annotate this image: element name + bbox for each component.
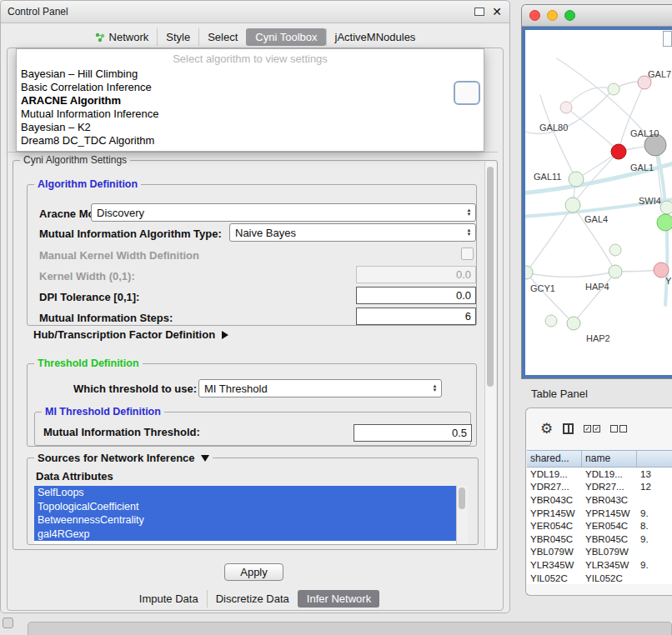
network-node[interactable] (560, 102, 572, 113)
algorithm-option-bayesian-k2[interactable]: Bayesian – K2 (17, 121, 484, 134)
settings-scrollbar[interactable] (484, 162, 496, 548)
tab-impute-data[interactable]: Impute Data (131, 590, 207, 608)
selected-value: Discovery (97, 207, 144, 219)
column-selector-icon[interactable] (563, 423, 574, 434)
network-node[interactable] (657, 214, 672, 231)
field-value: 0.0 (456, 289, 471, 302)
close-button[interactable] (529, 10, 540, 21)
deselect-all-icon[interactable] (610, 425, 627, 432)
network-scrollbar-button[interactable] (663, 31, 672, 47)
kernel-width-field[interactable]: 0.0 (356, 266, 476, 283)
algorithm-option-mutual-information-inference[interactable]: Mutual Information Inference (17, 108, 484, 121)
tab-label: Select (208, 31, 238, 43)
network-node[interactable] (609, 265, 622, 278)
dpi-tolerance-field[interactable]: 0.0 (356, 287, 476, 304)
network-node[interactable] (525, 266, 533, 279)
algorithm-option-aracne-algorithm[interactable]: ARACNE Algorithm (17, 94, 484, 108)
table-cell: YLR345W (527, 560, 582, 570)
aracne-mode-select[interactable]: Discovery ▲▼ (91, 203, 476, 222)
table-cell: YDR27... (582, 482, 637, 492)
table-row[interactable]: YBL079WYBL079W (527, 546, 672, 559)
dpi-tolerance-label: DPI Tolerance [0,1]: (39, 291, 139, 303)
selected-value: MI Threshold (204, 382, 268, 395)
tab-cyni-toolbox[interactable]: Cyni Toolbox (246, 28, 325, 46)
float-window-icon[interactable] (474, 8, 484, 16)
network-node[interactable] (609, 244, 621, 256)
zoom-button[interactable] (564, 10, 575, 21)
control-panel-titlebar[interactable]: Control Panel ✕ (1, 1, 509, 23)
mi-threshold-definition-group: MI Threshold Definition Mutual Informati… (34, 412, 471, 446)
table-row[interactable]: YLR345WYLR345W9. (527, 558, 672, 572)
attribute-item-gal4rgexp[interactable]: gal4RGexp (34, 528, 460, 542)
group-title: Algorithm Definition (34, 178, 141, 190)
scrollbar-thumb[interactable] (487, 167, 494, 387)
column-header-extra[interactable] (637, 451, 672, 467)
network-node[interactable] (611, 144, 626, 159)
mi-threshold-label: Mutual Information Threshold: (43, 426, 200, 438)
table-row[interactable]: YDL19...YDL19...13 (527, 468, 672, 481)
close-icon[interactable]: ✕ (492, 6, 502, 18)
node-label: GAL7 (648, 69, 671, 79)
manual-kernel-width-checkbox[interactable] (461, 248, 474, 260)
sources-group: Sources for Network Inference Data Attri… (27, 458, 479, 545)
algorithm-option-dream8-dc-tdc-algorithm[interactable]: Dream8 DC_TDC Algorithm (17, 134, 484, 148)
algorithm-dropdown-list: Select algorithm to view settings Bayesi… (16, 48, 484, 152)
network-canvas[interactable]: GAL7GAL80GAL10GAL1GAL11SWI4GAL4GCY1HAP4Y… (525, 30, 672, 375)
network-node[interactable] (567, 317, 580, 330)
table-cell: YER054C (527, 521, 582, 531)
scrollbar-thumb[interactable] (459, 488, 465, 509)
node-label: GAL10 (630, 128, 659, 138)
table-cell: YBR043C (527, 495, 582, 505)
column-header-shared[interactable]: shared... (527, 451, 582, 467)
attribute-item-betweennesscentrality[interactable]: BetweennessCentrality (34, 513, 460, 528)
network-node[interactable] (608, 83, 619, 95)
table-cell: 9. (637, 560, 672, 570)
algorithm-option-basic-correlation-inference[interactable]: Basic Correlation Inference (17, 81, 484, 94)
attribute-item-topologicalcoefficient[interactable]: TopologicalCoefficient (34, 500, 460, 514)
tab-jactivemnodules[interactable]: jActiveMNodules (326, 28, 424, 46)
cytopanel-mini-icon[interactable] (3, 618, 13, 628)
network-node[interactable] (545, 315, 557, 327)
table-cell: YDR27... (527, 482, 582, 492)
attribute-item-selfloops[interactable]: SelfLoops (34, 486, 460, 500)
table-row[interactable]: YBR043CYBR043C (527, 493, 672, 507)
sources-section-toggle[interactable]: Sources for Network Inference (34, 452, 213, 464)
node-label: GAL4 (584, 214, 608, 224)
column-header-name[interactable]: name (582, 451, 637, 467)
node-label: HAP4 (585, 282, 609, 292)
attributes-scrollbar[interactable] (456, 486, 468, 544)
tab-style[interactable]: Style (157, 28, 198, 46)
tab-discretize-data[interactable]: Discretize Data (207, 590, 298, 608)
table-row[interactable]: YPR145WYPR145W9. (527, 507, 672, 520)
tab-network[interactable]: Network (87, 28, 158, 46)
window-title: Control Panel (1, 6, 474, 18)
select-all-icon[interactable]: ✓✓ (584, 425, 600, 432)
manual-kernel-width-label: Manual Kernel Width Definition (39, 249, 199, 262)
table-cell: YBR045C (582, 534, 637, 544)
mi-threshold-field[interactable]: 0.5 (354, 424, 472, 442)
network-node[interactable] (660, 201, 672, 214)
tab-select[interactable]: Select (198, 28, 246, 46)
table-row[interactable]: YER054CYER054C8. (527, 519, 672, 532)
gear-icon[interactable]: ⚙ (540, 422, 553, 436)
table-cell: YPR145W (527, 508, 582, 518)
apply-button[interactable]: Apply (224, 563, 283, 581)
minimize-button[interactable] (547, 10, 558, 21)
mi-algorithm-type-select[interactable]: Naive Bayes ▲▼ (229, 223, 476, 242)
network-node[interactable] (565, 198, 580, 212)
network-window-titlebar[interactable] (522, 5, 672, 27)
which-threshold-select[interactable]: MI Threshold ▲▼ (198, 379, 442, 398)
obscured-widget-fragment (454, 81, 480, 105)
network-node[interactable] (569, 172, 584, 187)
node-label: SWI4 (639, 196, 661, 206)
algorithm-option-bayesian-hill-climbing[interactable]: Bayesian – Hill Climbing (17, 68, 484, 81)
tab-infer-network[interactable]: Infer Network (298, 590, 379, 608)
table-row[interactable]: YBR045CYBR045C9. (527, 532, 672, 546)
mi-steps-field[interactable]: 6 (356, 308, 476, 325)
table-cell: YIL052C (527, 573, 582, 583)
node-label: GAL11 (534, 172, 561, 182)
hub-factor-section-toggle[interactable]: Hub/Transcription Factor Definition (33, 328, 228, 341)
table-row[interactable]: YIL052CYIL052C (527, 572, 672, 585)
chevron-down-icon (201, 455, 209, 462)
table-row[interactable]: YDR27...YDR27...12 (527, 481, 672, 494)
